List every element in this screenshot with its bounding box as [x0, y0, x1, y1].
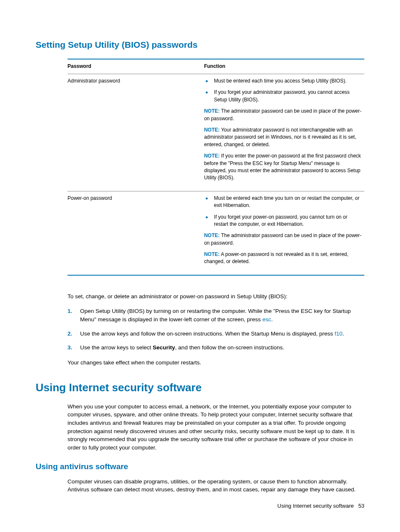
note-label: NOTE:	[204, 232, 220, 238]
changes-paragraph: Your changes take effect when the comput…	[68, 359, 364, 367]
note-text: A power-on password is not revealed as i…	[204, 251, 348, 264]
step-text: Open Setup Utility (BIOS) by turning on …	[80, 308, 351, 323]
steps-list: 1. Open Setup Utility (BIOS) by turning …	[68, 307, 364, 351]
password-name: Administrator password	[68, 74, 204, 191]
list-item: 3. Use the arrow keys to select Security…	[68, 343, 364, 352]
bullet-text: Must be entered each time you turn on or…	[214, 195, 362, 209]
note-text: Your administrator password is not inter…	[204, 127, 356, 147]
step-bold: Security	[153, 344, 175, 351]
list-item: 1. Open Setup Utility (BIOS) by turning …	[68, 307, 364, 323]
note-text: The administrator password can be used i…	[204, 108, 361, 121]
step-number: 1.	[68, 307, 80, 323]
note-label: NOTE:	[204, 153, 220, 159]
bullet-icon: ●	[205, 214, 208, 228]
step-number: 3.	[68, 343, 80, 352]
step-text: Use the arrow keys to select	[80, 344, 153, 351]
footer-title: Using Internet security software	[278, 503, 354, 509]
bullet-icon: ●	[205, 77, 208, 85]
key-f10: f10	[335, 331, 343, 337]
step-text: .	[343, 331, 344, 337]
page-footer: Using Internet security software 53	[278, 502, 364, 510]
table-row: Power-on password ●Must be entered each …	[68, 191, 364, 275]
key-esc: esc	[262, 316, 271, 323]
footer-page-number: 53	[358, 503, 364, 509]
password-name: Power-on password	[68, 191, 204, 275]
bullet-icon: ●	[205, 89, 208, 103]
step-number: 2.	[68, 330, 80, 338]
password-table: Password Function Administrator password…	[68, 59, 364, 275]
intro-paragraph: To set, change, or delete an administrat…	[68, 292, 364, 301]
bullet-text: Must be entered each time you access Set…	[214, 77, 346, 85]
step-text: .	[271, 316, 273, 323]
heading-bios-passwords: Setting Setup Utility (BIOS) passwords	[36, 39, 364, 51]
note-text: The administrator password can be used i…	[204, 232, 361, 245]
table-header-password: Password	[68, 59, 204, 74]
note-text: If you enter the power-on password at th…	[204, 153, 361, 181]
list-item: 2. Use the arrow keys and follow the on-…	[68, 330, 364, 338]
step-text: Use the arrow keys and follow the on-scr…	[80, 331, 335, 337]
internet-paragraph: When you use your computer to access ema…	[68, 403, 364, 452]
step-text: , and then follow the on-screen instruct…	[175, 344, 284, 351]
note-label: NOTE:	[204, 108, 220, 114]
bullet-text: If you forget your power-on password, yo…	[214, 214, 362, 228]
heading-antivirus: Using antivirus software	[36, 461, 364, 473]
antivirus-paragraph: Computer viruses can disable programs, u…	[68, 478, 364, 494]
note-label: NOTE:	[204, 127, 220, 133]
bullet-icon: ●	[205, 195, 208, 209]
note-label: NOTE:	[204, 251, 220, 257]
table-header-function: Function	[204, 59, 364, 74]
heading-internet-security: Using Internet security software	[36, 380, 364, 396]
table-row: Administrator password ●Must be entered …	[68, 74, 364, 191]
bullet-text: If you forget your administrator passwor…	[214, 89, 362, 103]
